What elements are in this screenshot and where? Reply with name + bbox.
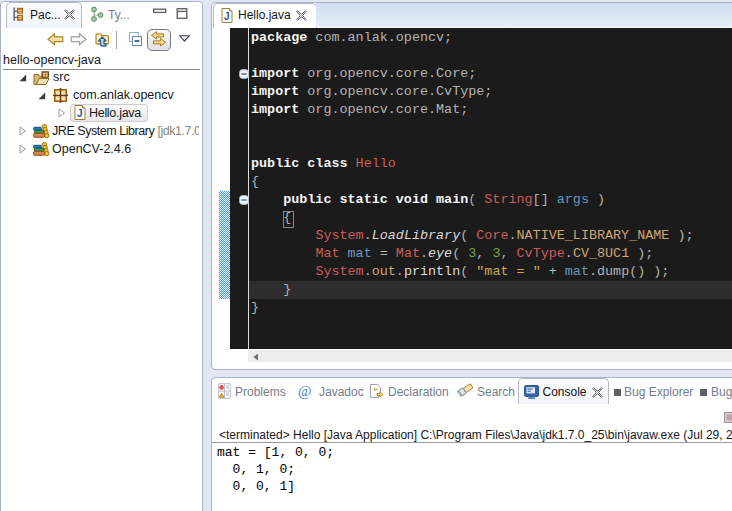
svg-text:J: J [77,108,83,119]
svg-text:J: J [224,11,230,22]
